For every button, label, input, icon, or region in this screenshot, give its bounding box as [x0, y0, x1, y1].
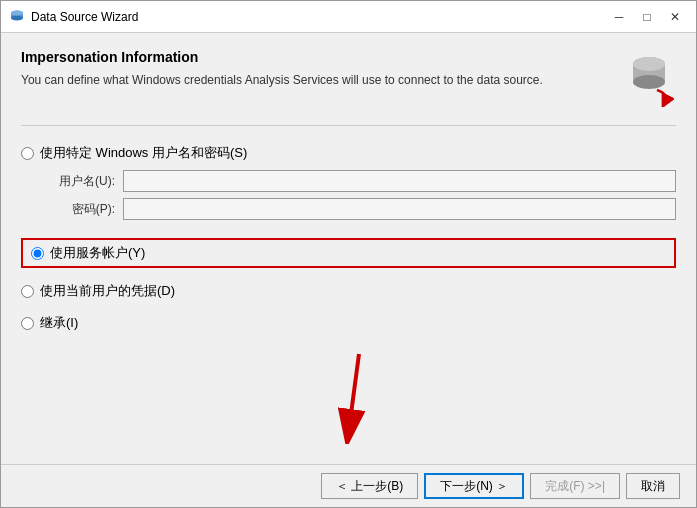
radio-option-3-input[interactable] — [21, 285, 34, 298]
window-title: Data Source Wizard — [31, 10, 138, 24]
title-bar-controls: ─ □ ✕ — [606, 6, 688, 28]
radio-option-1: 使用特定 Windows 用户名和密码(S) 用户名(U): 密码(P): — [21, 144, 676, 224]
svg-point-3 — [11, 10, 23, 15]
svg-line-9 — [349, 354, 359, 429]
radio-option-4-text: 继承(I) — [40, 314, 78, 332]
password-label: 密码(P): — [45, 201, 115, 218]
page-title: Impersonation Information — [21, 49, 616, 65]
footer: ＜ 上一步(B) 下一步(N) ＞ 完成(F) >>| 取消 — [1, 464, 696, 507]
back-button[interactable]: ＜ 上一步(B) — [321, 473, 418, 499]
username-input[interactable] — [123, 170, 676, 192]
title-bar: Data Source Wizard ─ □ ✕ — [1, 1, 696, 33]
username-row: 用户名(U): — [45, 170, 676, 192]
header-icon-container — [616, 49, 676, 109]
radio-option-2-highlighted[interactable]: 使用服务帐户(Y) — [21, 238, 676, 268]
radio-option-1-text: 使用特定 Windows 用户名和密码(S) — [40, 144, 247, 162]
radio-option-3-text: 使用当前用户的凭据(D) — [40, 282, 175, 300]
page-description: You can define what Windows credentials … — [21, 71, 581, 89]
radio-option-4-input[interactable] — [21, 317, 34, 330]
database-arrow-icon — [619, 52, 674, 107]
title-bar-left: Data Source Wizard — [9, 9, 138, 25]
radio-option-4[interactable]: 继承(I) — [21, 314, 676, 332]
cancel-button[interactable]: 取消 — [626, 473, 680, 499]
radio-option-2-text: 使用服务帐户(Y) — [50, 244, 145, 262]
minimize-button[interactable]: ─ — [606, 6, 632, 28]
header-divider — [21, 125, 676, 126]
arrow-section — [21, 332, 676, 452]
radio-option-2-input[interactable] — [31, 247, 44, 260]
password-row: 密码(P): — [45, 198, 676, 220]
credentials-fields: 用户名(U): 密码(P): — [45, 170, 676, 220]
username-label: 用户名(U): — [45, 173, 115, 190]
svg-point-2 — [11, 15, 23, 20]
header-section: Impersonation Information You can define… — [21, 49, 676, 109]
database-icon — [9, 9, 25, 25]
radio-option-3[interactable]: 使用当前用户的凭据(D) — [21, 282, 676, 300]
red-arrow-icon — [299, 344, 399, 444]
svg-point-7 — [633, 57, 665, 71]
next-button[interactable]: 下一步(N) ＞ — [424, 473, 524, 499]
header-text: Impersonation Information You can define… — [21, 49, 616, 89]
svg-point-6 — [633, 75, 665, 89]
finish-button[interactable]: 完成(F) >>| — [530, 473, 620, 499]
password-input[interactable] — [123, 198, 676, 220]
close-button[interactable]: ✕ — [662, 6, 688, 28]
radio-option-1-label[interactable]: 使用特定 Windows 用户名和密码(S) — [21, 144, 676, 162]
radio-option-1-input[interactable] — [21, 147, 34, 160]
maximize-button[interactable]: □ — [634, 6, 660, 28]
main-window: Data Source Wizard ─ □ ✕ Impersonation I… — [0, 0, 697, 508]
main-content: Impersonation Information You can define… — [1, 33, 696, 464]
radio-group: 使用特定 Windows 用户名和密码(S) 用户名(U): 密码(P): — [21, 144, 676, 332]
